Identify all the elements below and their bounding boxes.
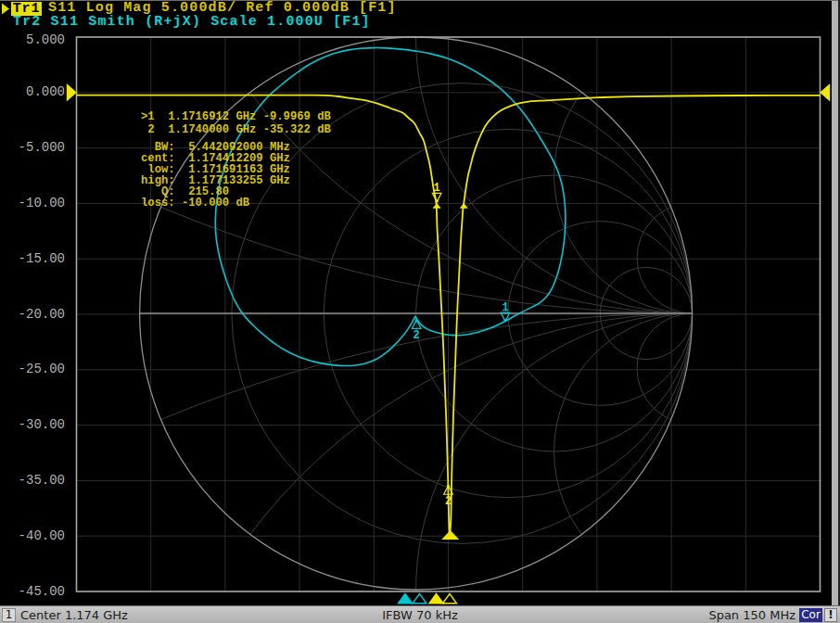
trace2-text: S11 Smith (R+jX) Scale 1.000U [F1] xyxy=(41,14,370,30)
vna-screen: 1212 Tr1 S11 Log Mag 5.000dB/ Ref 0.000d… xyxy=(0,0,840,623)
svg-text:1: 1 xyxy=(502,301,508,314)
y-axis-label: 0.000 xyxy=(0,86,65,97)
y-axis-label: -30.00 xyxy=(0,419,65,430)
trace1-marker-1[interactable]: 1 xyxy=(432,182,441,203)
trace2-chip: Tr2 xyxy=(13,14,41,30)
stimulus-marker-tr1-1[interactable] xyxy=(429,594,443,604)
ref-level-arrow-left[interactable] xyxy=(67,83,77,102)
stimulus-marker-tr2-1[interactable] xyxy=(399,594,413,604)
measurement-plot: 1212 xyxy=(0,0,840,623)
y-axis-label: -15.00 xyxy=(0,253,65,264)
warning-badge[interactable]: ! xyxy=(824,608,837,622)
active-trace-arrow-icon xyxy=(1,3,10,15)
y-axis-label: -45.00 xyxy=(0,586,65,597)
bandwidth-center-marker xyxy=(441,530,459,540)
trace2-title[interactable]: Tr2 S11 Smith (R+jX) Scale 1.000U [F1] xyxy=(13,16,371,29)
svg-text:2: 2 xyxy=(445,495,452,508)
y-axis-label: -20.00 xyxy=(0,309,65,320)
smith-grid xyxy=(0,0,840,623)
y-axis-label: 5.000 xyxy=(0,34,65,45)
bandwidth-readout: BW: 5.442092000 MHz cent: 1.174412209 GH… xyxy=(141,142,290,210)
y-axis-label: -25.00 xyxy=(0,363,65,375)
status-span[interactable]: Span 150 MHz xyxy=(0,608,795,622)
ref-level-arrow-right[interactable] xyxy=(820,83,830,102)
y-axis-label: -10.00 xyxy=(0,197,65,209)
svg-text:1: 1 xyxy=(434,182,440,195)
y-axis-label: -5.000 xyxy=(0,142,65,153)
y-axis-label: -40.00 xyxy=(0,530,65,541)
y-axis-label: -35.00 xyxy=(0,475,65,486)
stimulus-marker-tr2-2[interactable] xyxy=(413,594,426,604)
svg-text:2: 2 xyxy=(414,329,420,342)
correction-badge[interactable]: Cor xyxy=(799,608,822,622)
marker-readout: >1 1.1716912 GHz -9.9969 dB 2 1.1740000 … xyxy=(141,110,331,137)
screen-right-bezel xyxy=(832,1,838,606)
stimulus-marker-tr1-2[interactable] xyxy=(443,594,457,604)
